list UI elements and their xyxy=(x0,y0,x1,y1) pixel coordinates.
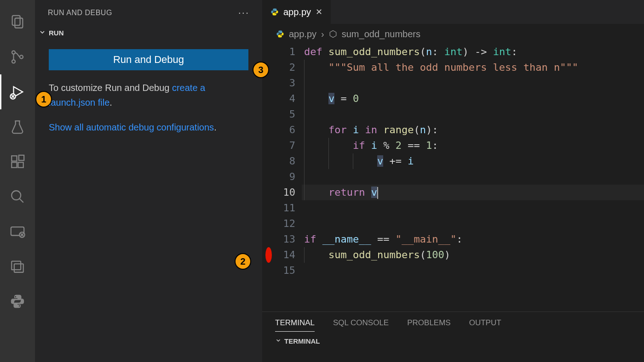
editor-tab-app-py[interactable]: app.py ✕ xyxy=(262,0,331,24)
code-editor[interactable]: 123456789101112131415 def sum_odd_number… xyxy=(262,44,644,311)
activity-explorer[interactable] xyxy=(0,5,35,40)
code-content[interactable]: def sum_odd_numbers(n: int) -> int:"""Su… xyxy=(302,44,644,311)
sidebar-more-icon[interactable]: ··· xyxy=(238,7,249,19)
line-number: 5 xyxy=(275,107,295,122)
close-tab-icon[interactable]: ✕ xyxy=(316,7,322,17)
svg-rect-1 xyxy=(15,18,23,28)
show-configs-hint: Show all automatic debug configurations. xyxy=(49,120,248,135)
line-number: 1 xyxy=(275,44,295,60)
line-number: 15 xyxy=(275,263,295,278)
svg-rect-7 xyxy=(12,162,17,167)
line-number-gutter: 123456789101112131415 xyxy=(275,44,302,311)
breadcrumb-file: app.py xyxy=(289,29,316,40)
svg-point-3 xyxy=(12,60,15,63)
run-and-debug-button[interactable]: Run and Debug xyxy=(49,49,248,70)
symbol-method-icon xyxy=(329,30,337,38)
breadcrumb-separator-icon: › xyxy=(321,29,324,40)
annotation-badge-1: 1 xyxy=(35,91,52,107)
activity-bar xyxy=(0,0,35,362)
annotation-badge-3: 3 xyxy=(253,62,269,78)
svg-rect-13 xyxy=(12,261,21,270)
panel-body[interactable]: TERMINAL xyxy=(262,332,644,351)
chevron-down-icon xyxy=(275,337,282,345)
svg-point-4 xyxy=(20,55,23,58)
activity-extensions[interactable] xyxy=(0,144,35,179)
activity-remote[interactable] xyxy=(0,214,35,249)
svg-rect-14 xyxy=(14,264,23,272)
line-number: 8 xyxy=(275,153,295,169)
svg-point-2 xyxy=(12,51,15,54)
activity-python[interactable] xyxy=(0,284,35,319)
panel-body-label: TERMINAL xyxy=(284,337,320,345)
python-file-icon xyxy=(270,8,279,16)
panel-tab-output[interactable]: OUTPUT xyxy=(469,318,501,332)
svg-point-10 xyxy=(12,191,21,200)
sidebar-title: RUN AND DEBUG xyxy=(48,9,112,17)
breakpoint-gutter[interactable] xyxy=(262,44,275,311)
editor-area: app.py ✕ app.py › sum_odd_numbers 123456… xyxy=(262,0,644,362)
line-number: 13 xyxy=(275,232,295,247)
svg-rect-0 xyxy=(12,16,20,25)
panel-tabbar: TERMINALSQL CONSOLEPROBLEMSOUTPUT xyxy=(262,312,644,332)
python-file-icon xyxy=(276,30,284,38)
editor-tabbar: app.py ✕ xyxy=(262,0,644,24)
panel-tab-terminal[interactable]: TERMINAL xyxy=(275,318,315,332)
chevron-down-icon xyxy=(39,28,46,37)
activity-search[interactable] xyxy=(0,179,35,214)
editor-tab-label: app.py xyxy=(283,7,311,17)
line-number: 14 xyxy=(275,247,295,263)
bottom-panel: TERMINALSQL CONSOLEPROBLEMSOUTPUT TERMIN… xyxy=(262,311,644,362)
panel-tab-problems[interactable]: PROBLEMS xyxy=(407,318,450,332)
sidebar-section-run[interactable]: RUN xyxy=(35,26,262,40)
svg-rect-8 xyxy=(18,162,23,167)
run-debug-sidebar: RUN AND DEBUG ··· RUN Run and Debug To c… xyxy=(35,0,262,362)
svg-rect-6 xyxy=(12,156,17,161)
breadcrumb-symbol: sum_odd_numbers xyxy=(342,29,420,40)
line-number: 7 xyxy=(275,138,295,153)
line-number: 2 xyxy=(275,60,295,75)
activity-run-debug[interactable] xyxy=(0,74,35,109)
activity-testing[interactable] xyxy=(0,109,35,144)
line-number: 11 xyxy=(275,200,295,216)
line-number: 4 xyxy=(275,91,295,107)
line-number: 12 xyxy=(275,216,295,232)
line-number: 3 xyxy=(275,75,295,91)
breadcrumbs[interactable]: app.py › sum_odd_numbers xyxy=(262,24,644,44)
svg-rect-9 xyxy=(19,155,24,160)
line-number: 10 xyxy=(275,185,295,200)
activity-source-control[interactable] xyxy=(0,40,35,74)
line-number: 9 xyxy=(275,169,295,185)
annotation-badge-2: 2 xyxy=(235,253,251,270)
line-number: 6 xyxy=(275,122,295,138)
activity-window-layout[interactable] xyxy=(0,249,35,284)
sidebar-title-row: RUN AND DEBUG ··· xyxy=(35,0,262,26)
panel-tab-sql-console[interactable]: SQL CONSOLE xyxy=(333,318,389,332)
customize-hint: To customize Run and Debug create a laun… xyxy=(49,80,248,110)
show-debug-configs-link[interactable]: Show all automatic debug configurations xyxy=(49,122,214,132)
breakpoint-icon[interactable] xyxy=(265,247,272,263)
sidebar-section-label: RUN xyxy=(49,29,64,37)
